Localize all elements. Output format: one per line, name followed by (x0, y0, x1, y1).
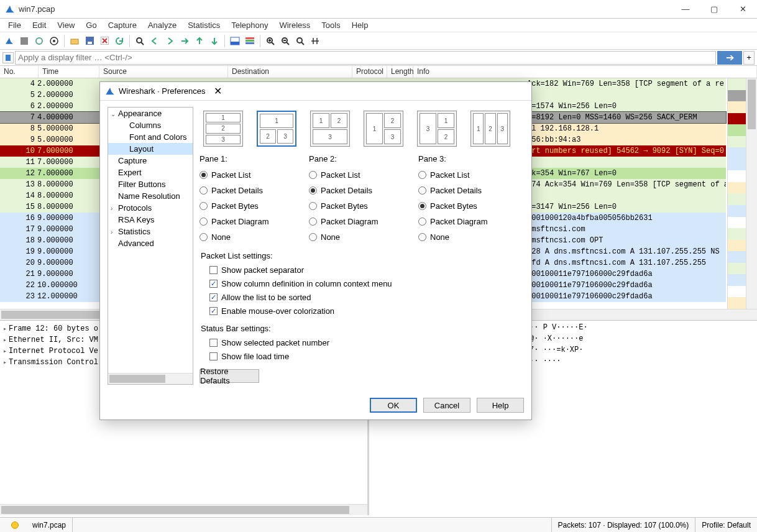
back-icon[interactable] (148, 34, 162, 48)
pane-1-option-packet-details[interactable]: Packet Details (200, 183, 301, 198)
preferences-tree-hscroll[interactable] (108, 373, 193, 384)
col-header-info[interactable]: Info (413, 66, 757, 78)
pane-3-option-packet-details[interactable]: Packet Details (418, 183, 520, 198)
menu-help[interactable]: Help (346, 20, 374, 30)
pref-tree-advanced[interactable]: Advanced (108, 237, 193, 249)
resize-cols-icon[interactable] (308, 34, 322, 48)
layout-option-6[interactable]: 123 (470, 111, 510, 147)
help-button[interactable]: Help (477, 398, 524, 413)
col-header-proto[interactable]: Protocol (352, 66, 387, 78)
goto-icon[interactable] (178, 34, 191, 48)
close-file-icon[interactable] (98, 34, 111, 48)
save-icon[interactable] (83, 34, 96, 48)
pref-tree-columns[interactable]: Columns (108, 119, 193, 131)
col-header-source[interactable]: Source (99, 66, 228, 78)
display-filter-input[interactable] (15, 51, 716, 65)
ok-button[interactable]: OK (370, 398, 417, 413)
dialog-close-button[interactable]: ✕ (205, 83, 230, 100)
pane-3-option-packet-list[interactable]: Packet List (418, 167, 520, 183)
menu-file[interactable]: File (2, 20, 27, 30)
reload-icon[interactable] (112, 34, 126, 48)
pane-2-option-packet-details[interactable]: Packet Details (309, 183, 411, 198)
restore-defaults-button[interactable]: Restore Defaults (200, 369, 259, 383)
packet-list-vscroll[interactable] (746, 78, 757, 309)
packet-list-check-0[interactable]: Show packet separator (200, 263, 520, 277)
menu-analyze[interactable]: Analyze (142, 20, 182, 30)
zoom-out-icon[interactable] (278, 34, 292, 48)
details-hscroll[interactable] (0, 504, 367, 515)
packet-list-check-2[interactable]: ✓Allow the list to be sorted (200, 290, 520, 304)
last-icon[interactable] (208, 34, 221, 48)
status-profile[interactable]: Profile: Default (695, 518, 757, 532)
pane-1-option-packet-diagram[interactable]: Packet Diagram (200, 214, 301, 229)
status-bar-check-0[interactable]: Show selected packet number (200, 336, 520, 349)
colorize-icon[interactable] (243, 34, 257, 48)
pref-tree-rsa-keys[interactable]: RSA Keys (108, 214, 193, 226)
menu-go[interactable]: Go (80, 20, 102, 30)
filter-bookmark-button[interactable] (2, 52, 14, 63)
zoom-in-icon[interactable] (264, 34, 277, 48)
display-filter-bar: ➔ + (0, 50, 757, 66)
pane-2-option-packet-diagram[interactable]: Packet Diagram (309, 214, 411, 229)
window-close-button[interactable]: ✕ (728, 0, 757, 19)
pref-tree-protocols[interactable]: ›Protocols (108, 202, 193, 214)
pane-3-option-packet-diagram[interactable]: Packet Diagram (418, 214, 520, 229)
menu-edit[interactable]: Edit (27, 20, 52, 30)
shark-fin-icon[interactable] (2, 34, 16, 48)
svg-rect-6 (88, 42, 92, 44)
first-icon[interactable] (193, 34, 206, 48)
svg-rect-12 (245, 40, 254, 42)
col-header-no[interactable]: No. (0, 66, 39, 78)
col-header-length[interactable]: Length (387, 66, 413, 78)
pane-1-option-none[interactable]: None (200, 229, 301, 245)
pane-2-option-packet-list[interactable]: Packet List (309, 167, 411, 183)
menu-wireless[interactable]: Wireless (273, 20, 316, 30)
pref-tree-layout[interactable]: Layout (108, 143, 193, 155)
expert-info-icon[interactable] (11, 521, 19, 529)
pane-2-option-none[interactable]: None (309, 229, 411, 245)
restart-icon[interactable] (32, 34, 46, 48)
menu-tools[interactable]: Tools (316, 20, 346, 30)
cancel-button[interactable]: Cancel (423, 398, 470, 413)
open-icon[interactable] (68, 34, 81, 48)
preferences-tree[interactable]: ⌄AppearanceColumnsFont and ColorsLayoutC… (108, 107, 193, 385)
auto-scroll-icon[interactable] (228, 34, 242, 48)
layout-option-4[interactable]: 1 23 (364, 111, 403, 147)
pref-tree-font-and-colors[interactable]: Font and Colors (108, 131, 193, 143)
layout-option-5[interactable]: 1 3 2 (417, 111, 457, 147)
filter-add-button[interactable]: + (743, 51, 755, 65)
packet-minimap[interactable] (727, 78, 746, 309)
pref-tree-capture[interactable]: Capture (108, 155, 193, 167)
layout-options-row: 123 1 23 12 3 1 (200, 108, 520, 152)
col-header-dest[interactable]: Destination (228, 66, 352, 78)
pane-1-option-packet-list[interactable]: Packet List (200, 167, 301, 183)
pref-tree-appearance[interactable]: ⌄Appearance (108, 108, 193, 119)
packet-list-check-1[interactable]: ✓Show column definition in column contex… (200, 277, 520, 290)
pane-3-option-none[interactable]: None (418, 229, 520, 245)
find-icon[interactable] (133, 34, 147, 48)
window-maximize-button[interactable]: ▢ (700, 0, 728, 19)
zoom-reset-icon[interactable] (293, 34, 307, 48)
layout-option-2[interactable]: 1 23 (257, 111, 296, 147)
col-header-time[interactable]: Time (39, 66, 99, 78)
pref-tree-expert[interactable]: Expert (108, 167, 193, 178)
window-minimize-button[interactable]: — (671, 0, 700, 19)
packet-list-check-3[interactable]: ✓Enable mouse-over colorization (200, 304, 520, 318)
pane-1-option-packet-bytes[interactable]: Packet Bytes (200, 198, 301, 214)
options-icon[interactable] (47, 34, 61, 48)
pane-2-option-packet-bytes[interactable]: Packet Bytes (309, 198, 411, 214)
layout-option-1[interactable]: 123 (203, 111, 243, 147)
stop-icon[interactable] (17, 34, 31, 48)
forward-icon[interactable] (163, 34, 177, 48)
pref-tree-name-resolution[interactable]: Name Resolution (108, 190, 193, 202)
pref-tree-filter-buttons[interactable]: Filter Buttons (108, 178, 193, 190)
filter-apply-button[interactable]: ➔ (717, 51, 742, 65)
menu-telephony[interactable]: Telephony (226, 20, 273, 30)
menu-capture[interactable]: Capture (103, 20, 142, 30)
menu-statistics[interactable]: Statistics (182, 20, 226, 30)
menu-view[interactable]: View (52, 20, 80, 30)
pref-tree-statistics[interactable]: ›Statistics (108, 226, 193, 237)
layout-option-3[interactable]: 12 3 (310, 111, 350, 147)
status-bar-check-1[interactable]: Show file load time (200, 349, 520, 363)
pane-3-option-packet-bytes[interactable]: Packet Bytes (418, 198, 520, 214)
